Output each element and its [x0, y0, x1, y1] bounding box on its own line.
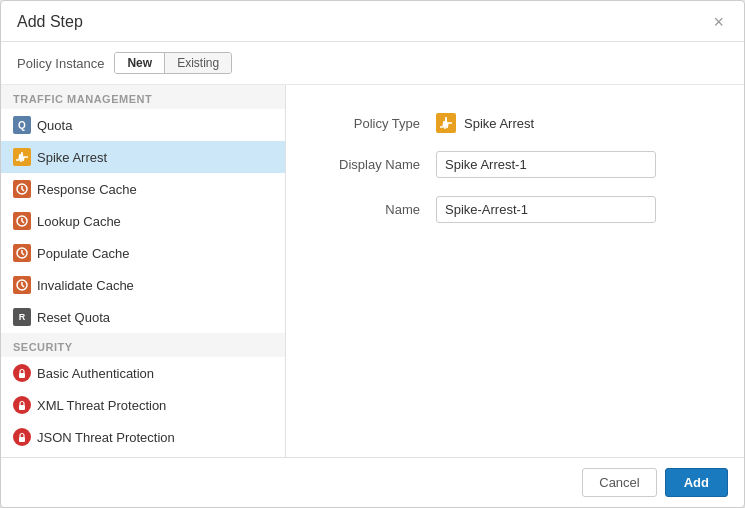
sidebar-item-reset-quota[interactable]: R Reset Quota [1, 301, 285, 333]
main-content: Policy Type Spike Arrest Display Name Na… [286, 85, 744, 457]
name-row: Name [326, 196, 704, 223]
sidebar-item-invalidate-cache[interactable]: Invalidate Cache [1, 269, 285, 301]
svg-rect-6 [19, 437, 25, 442]
section-label-security: SECURITY [1, 333, 285, 357]
sidebar-item-lookup-cache-label: Lookup Cache [37, 214, 121, 229]
sidebar-item-basic-auth-label: Basic Authentication [37, 366, 154, 381]
basic-auth-icon [13, 364, 31, 382]
sidebar-item-spike-arrest-label: Spike Arrest [37, 150, 107, 165]
section-label-traffic: TRAFFIC MANAGEMENT [1, 85, 285, 109]
sidebar-item-populate-cache-label: Populate Cache [37, 246, 130, 261]
add-button[interactable]: Add [665, 468, 728, 497]
sidebar-item-basic-auth[interactable]: Basic Authentication [1, 357, 285, 389]
sidebar-item-xml-threat-label: XML Threat Protection [37, 398, 166, 413]
sidebar-item-populate-cache[interactable]: Populate Cache [1, 237, 285, 269]
dialog-title: Add Step [17, 13, 83, 31]
sidebar-item-json-threat[interactable]: JSON Threat Protection [1, 421, 285, 453]
sidebar-item-quota[interactable]: Q Quota [1, 109, 285, 141]
policy-type-row: Policy Type Spike Arrest [326, 113, 704, 133]
json-threat-icon [13, 428, 31, 446]
policy-type-display: Spike Arrest [436, 113, 534, 133]
sidebar-item-spike-arrest[interactable]: Spike Arrest [1, 141, 285, 173]
svg-rect-4 [19, 373, 25, 378]
dialog-header: Add Step × [1, 1, 744, 42]
sidebar-item-xml-threat[interactable]: XML Threat Protection [1, 389, 285, 421]
name-input[interactable] [436, 196, 656, 223]
sidebar-item-invalidate-cache-label: Invalidate Cache [37, 278, 134, 293]
policy-type-value: Spike Arrest [464, 116, 534, 131]
lookup-cache-icon [13, 212, 31, 230]
sidebar-item-quota-label: Quota [37, 118, 72, 133]
policy-type-icon [436, 113, 456, 133]
quota-icon: Q [13, 116, 31, 134]
sidebar-item-response-cache-label: Response Cache [37, 182, 137, 197]
add-step-dialog: Add Step × Policy Instance New Existing … [0, 0, 745, 508]
sidebar-item-lookup-cache[interactable]: Lookup Cache [1, 205, 285, 237]
reset-quota-icon: R [13, 308, 31, 326]
existing-toggle-button[interactable]: Existing [165, 53, 231, 73]
dialog-footer: Cancel Add [1, 457, 744, 507]
sidebar: TRAFFIC MANAGEMENT Q Quota Spike Arrest … [1, 85, 286, 457]
display-name-row: Display Name [326, 151, 704, 178]
sidebar-item-response-cache[interactable]: Response Cache [1, 173, 285, 205]
sidebar-item-json-threat-label: JSON Threat Protection [37, 430, 175, 445]
cancel-button[interactable]: Cancel [582, 468, 656, 497]
response-cache-icon [13, 180, 31, 198]
svg-rect-5 [19, 405, 25, 410]
new-toggle-button[interactable]: New [115, 53, 165, 73]
dialog-body: TRAFFIC MANAGEMENT Q Quota Spike Arrest … [1, 85, 744, 457]
policy-instance-label: Policy Instance [17, 56, 104, 71]
policy-type-label: Policy Type [326, 116, 436, 131]
policy-instance-toggle: New Existing [114, 52, 232, 74]
display-name-label: Display Name [326, 157, 436, 172]
policy-instance-row: Policy Instance New Existing [1, 42, 744, 85]
close-button[interactable]: × [709, 13, 728, 31]
sidebar-item-reset-quota-label: Reset Quota [37, 310, 110, 325]
invalidate-cache-icon [13, 276, 31, 294]
populate-cache-icon [13, 244, 31, 262]
spike-arrest-icon [13, 148, 31, 166]
name-label: Name [326, 202, 436, 217]
xml-threat-icon [13, 396, 31, 414]
display-name-input[interactable] [436, 151, 656, 178]
